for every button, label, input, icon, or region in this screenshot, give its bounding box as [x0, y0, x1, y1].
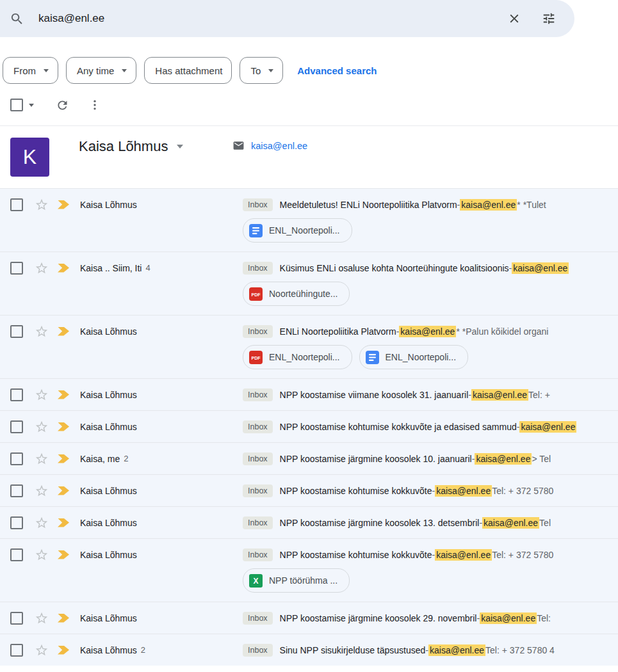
star-icon[interactable] [35, 420, 49, 434]
chevron-down-icon [177, 145, 183, 148]
row-checkbox[interactable] [10, 420, 23, 433]
row-checkbox[interactable] [10, 452, 23, 465]
email-row[interactable]: Kaisa LõhmusInboxNPP koostamise järgmine… [0, 506, 618, 538]
star-icon[interactable] [35, 388, 49, 402]
subject-line: InboxNPP koostamise järgmine koosolek 10… [243, 443, 618, 474]
email-row[interactable]: Kaisa LõhmusInboxNPP koostamise viimane … [0, 378, 618, 410]
subject-line: InboxNPP koostamise kohtumise kokkuvõte … [243, 475, 618, 506]
email-row[interactable]: Kaisa LõhmusInboxNPP koostamise kohtumis… [0, 474, 618, 506]
star-icon[interactable] [35, 643, 49, 657]
attachment-chip[interactable]: ENL_Noortepoli... [359, 345, 469, 369]
email-row[interactable]: Kaisa LõhmusInboxNPP koostamise kohtumis… [0, 538, 618, 602]
clear-search-icon[interactable] [507, 12, 521, 26]
row-controls [10, 539, 80, 570]
importance-marker-icon[interactable] [58, 646, 69, 655]
search-term-highlight: kaisa@enl.ee [519, 421, 576, 433]
row-controls [10, 634, 80, 666]
email-subject: NPP koostamise kohtumise kokkuvõte [280, 550, 432, 560]
row-controls [10, 602, 80, 634]
row-body: InboxSinu NPP sisukirjelduse täpsustused… [243, 634, 618, 666]
star-icon[interactable] [35, 516, 49, 530]
attachment-chip[interactable]: PDFENL_Noortepoli... [243, 345, 352, 369]
chevron-down-icon [44, 69, 49, 72]
row-checkbox[interactable] [10, 548, 23, 561]
attachment-chip[interactable]: ENL_Noortepoli... [243, 218, 352, 243]
sender-label: Kaisa Lõhmus [80, 422, 137, 432]
sender-name: Kaisa Lõhmus [80, 189, 234, 220]
search-input[interactable]: kaisa@enl.ee [38, 12, 507, 25]
search-term-highlight: kaisa@enl.ee [435, 485, 492, 497]
row-checkbox[interactable] [10, 198, 23, 211]
sheets-icon: X [249, 574, 263, 588]
attachment-chip[interactable]: PDFNoorteühingute... [243, 282, 350, 306]
email-subject: Küsimus ENLi osaluse kohta Noorteühingut… [280, 263, 509, 273]
sender-name: Kaisa Lõhmus [80, 507, 234, 538]
subject-line: InboxNPP koostamise viimane koosolek 31.… [243, 379, 618, 410]
email-row[interactable]: Kaisa .. Siim, Iti4InboxKüsimus ENLi osa… [0, 252, 618, 315]
more-vert-icon[interactable] [88, 99, 101, 111]
sender-label: Kaisa, me [80, 454, 120, 464]
list-toolbar [0, 84, 618, 126]
email-subject: NPP koostamise viimane koosolek 31. jaan… [280, 390, 469, 400]
email-row[interactable]: Kaisa Lõhmus2InboxSinu NPP sisukirjeldus… [0, 634, 618, 666]
row-checkbox[interactable] [10, 484, 23, 497]
subject-line: InboxNPP koostamise järgmine koosolek 13… [243, 507, 618, 538]
star-icon[interactable] [35, 611, 49, 625]
select-all-checkbox[interactable] [10, 99, 34, 111]
filter-chip-any-time[interactable]: Any time [66, 57, 136, 84]
filter-chip-to[interactable]: To [240, 57, 283, 84]
tune-icon[interactable] [542, 12, 556, 26]
importance-marker-icon[interactable] [58, 550, 69, 559]
contact-email-link[interactable]: kaisa@enl.ee [251, 141, 307, 151]
filter-chip-label: To [250, 65, 261, 76]
email-row[interactable]: Kaisa, me2InboxNPP koostamise järgmine k… [0, 442, 618, 474]
attachment-chip[interactable]: XNPP töörühma ... [243, 568, 350, 593]
row-checkbox[interactable] [10, 325, 23, 338]
contact-name[interactable]: Kaisa Lõhmus [79, 138, 183, 155]
sender-label: Kaisa .. Siim, Iti [80, 263, 142, 273]
importance-marker-icon[interactable] [58, 614, 69, 623]
star-icon[interactable] [35, 261, 49, 275]
advanced-search-link[interactable]: Advanced search [297, 65, 377, 76]
row-checkbox[interactable] [10, 262, 23, 275]
star-icon[interactable] [35, 548, 49, 562]
snippet-text: Tel [539, 518, 551, 528]
importance-marker-icon[interactable] [58, 390, 69, 399]
refresh-icon[interactable] [56, 99, 69, 112]
attachment-name: NPP töörühma ... [269, 575, 337, 586]
row-controls [10, 411, 80, 442]
search-icon[interactable] [10, 12, 24, 26]
avatar[interactable]: K [10, 138, 49, 177]
star-icon[interactable] [35, 324, 49, 339]
attachment-chips: ENL_Noortepoli... [243, 218, 618, 243]
importance-marker-icon[interactable] [58, 454, 69, 463]
star-icon[interactable] [35, 452, 49, 466]
row-checkbox[interactable] [10, 516, 23, 529]
snippet-text: > Tel [532, 454, 551, 464]
row-checkbox[interactable] [10, 644, 23, 657]
sender-name: Kaisa Lõhmus [80, 316, 234, 347]
row-checkbox[interactable] [10, 612, 23, 625]
email-row[interactable]: Kaisa LõhmusInboxNPP koostamise kohtumis… [0, 410, 618, 442]
importance-marker-icon[interactable] [58, 518, 69, 527]
row-body: InboxKüsimus ENLi osaluse kohta Noorteüh… [243, 252, 618, 306]
sender-name: Kaisa Lõhmus2 [80, 634, 234, 666]
importance-marker-icon[interactable] [58, 200, 69, 209]
star-icon[interactable] [35, 198, 49, 212]
filter-chip-from[interactable]: From [3, 57, 58, 84]
importance-marker-icon[interactable] [58, 486, 69, 495]
sender-label: Kaisa Lõhmus [80, 645, 137, 655]
sender-label: Kaisa Lõhmus [80, 486, 137, 496]
email-row[interactable]: Kaisa LõhmusInboxNPP koostamise järgmine… [0, 602, 618, 634]
row-body: InboxNPP koostamise kohtumise kokkuvõte … [243, 475, 618, 506]
filter-chip-has-attachment[interactable]: Has attachment [144, 57, 232, 84]
importance-marker-icon[interactable] [58, 422, 69, 431]
star-icon[interactable] [35, 484, 49, 498]
row-body: InboxNPP koostamise järgmine koosolek 29… [243, 602, 618, 634]
importance-marker-icon[interactable] [58, 327, 69, 336]
row-checkbox[interactable] [10, 388, 23, 401]
email-row[interactable]: Kaisa LõhmusInboxENLi Noortepoliitika Pl… [0, 315, 618, 378]
importance-marker-icon[interactable] [58, 264, 69, 273]
email-row[interactable]: Kaisa LõhmusInboxMeeldetuletus! ENLi Noo… [0, 188, 618, 252]
sender-label: Kaisa Lõhmus [80, 613, 137, 623]
